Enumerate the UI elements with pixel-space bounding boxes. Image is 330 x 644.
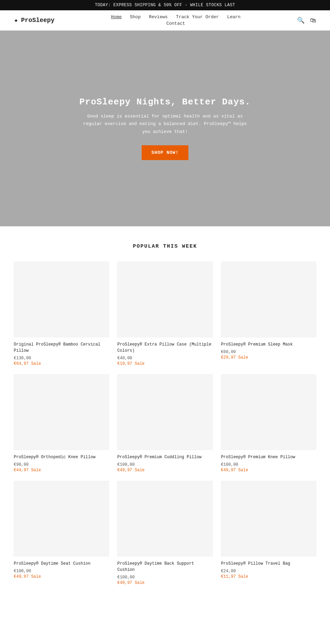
product-old-price: €130,00 — [14, 356, 109, 361]
product-card[interactable]: ProSleepy® Daytime Back Support Cushion€… — [117, 481, 212, 585]
nav-row-2: Contact — [166, 21, 185, 26]
product-image — [221, 262, 316, 337]
cart-icon: 🛍 — [310, 17, 316, 24]
logo-text: ProSleepy — [21, 17, 54, 24]
product-image — [14, 481, 109, 556]
nav-home[interactable]: Home — [111, 14, 122, 20]
product-card[interactable]: ProSleepy® Pillow Travel Bag€24,00€11,97… — [221, 481, 316, 585]
nav-contact[interactable]: Contact — [166, 21, 185, 26]
product-card[interactable]: ProSleepy® Orthopedic Knee Pillow€90,00€… — [14, 374, 109, 473]
product-name: ProSleepy® Premium Cuddling Pillow — [117, 454, 212, 460]
top-banner: TODAY: EXPRESS SHIPPING & 50% OFF - WHIL… — [0, 0, 330, 10]
product-old-price: €100,00 — [14, 569, 109, 574]
product-sale-price: €64,97 Sale — [14, 361, 109, 366]
product-card[interactable]: ProSleepy® Premium Sleep Mask€60,00€29,9… — [221, 262, 316, 366]
nav-learn[interactable]: Learn — [227, 14, 241, 20]
product-name: Original ProSleepy® Bamboo Cervical Pill… — [14, 341, 109, 354]
product-image — [221, 481, 316, 556]
logo[interactable]: ✦ ProSleepy — [14, 16, 54, 25]
header-icons: 🔍 🛍 — [297, 16, 316, 24]
products-section: POPULAR THIS WEEK Original ProSleepy® Ba… — [0, 226, 330, 602]
product-image — [117, 374, 212, 450]
product-name: ProSleepy® Orthopedic Knee Pillow — [14, 454, 109, 460]
main-nav: Home Shop Reviews Track Your Order Learn… — [61, 14, 290, 26]
section-title: POPULAR THIS WEEK — [14, 244, 316, 249]
product-old-price: €100,00 — [117, 575, 212, 580]
product-old-price: €100,00 — [221, 462, 316, 467]
product-old-price: €60,00 — [221, 350, 316, 354]
search-button[interactable]: 🔍 — [297, 16, 305, 24]
product-sale-price: €49,97 Sale — [221, 468, 316, 473]
nav-row-1: Home Shop Reviews Track Your Order Learn — [111, 14, 241, 20]
product-image — [14, 374, 109, 450]
product-card[interactable]: ProSleepy® Premium Cuddling Pillow€100,0… — [117, 374, 212, 473]
product-name: ProSleepy® Premium Sleep Mask — [221, 341, 316, 348]
product-sale-price: €11,97 Sale — [221, 574, 316, 579]
shop-now-button[interactable]: SHOP NOW! — [142, 145, 188, 160]
product-sale-price: €49,97 Sale — [117, 580, 212, 585]
cart-button[interactable]: 🛍 — [310, 17, 316, 24]
product-old-price: €24,00 — [221, 569, 316, 574]
product-sale-price: €19,97 Sale — [117, 361, 212, 366]
product-image — [14, 262, 109, 337]
product-sale-price: €44,97 Sale — [14, 468, 109, 473]
hero-section: ProSleepy Nights, Better Days. Good slee… — [0, 31, 330, 226]
product-name: ProSleepy® Extra Pillow Case (Multiple C… — [117, 341, 212, 354]
nav-shop[interactable]: Shop — [130, 14, 141, 20]
nav-reviews[interactable]: Reviews — [149, 14, 168, 20]
product-name: ProSleepy® Premium Knee Pillow — [221, 454, 316, 460]
product-sale-price: €49,97 Sale — [14, 574, 109, 579]
product-card[interactable]: Original ProSleepy® Bamboo Cervical Pill… — [14, 262, 109, 366]
product-name: ProSleepy® Daytime Seat Cushion — [14, 561, 109, 567]
product-sale-price: €29,97 Sale — [221, 355, 316, 360]
product-name: ProSleepy® Pillow Travel Bag — [221, 561, 316, 567]
logo-icon: ✦ — [14, 16, 18, 25]
product-old-price: €40,00 — [117, 356, 212, 361]
product-image — [117, 481, 212, 556]
product-sale-price: €49,97 Sale — [117, 468, 212, 473]
hero-title: ProSleepy Nights, Better Days. — [79, 97, 251, 107]
search-icon: 🔍 — [297, 17, 305, 24]
hero-description: Good sleep is essential for optimal heal… — [79, 113, 251, 135]
nav-track[interactable]: Track Your Order — [176, 14, 219, 20]
product-image — [117, 262, 212, 337]
banner-text: TODAY: EXPRESS SHIPPING & 50% OFF - WHIL… — [95, 3, 235, 8]
header: ✦ ProSleepy Home Shop Reviews Track Your… — [0, 10, 330, 31]
product-card[interactable]: ProSleepy® Daytime Seat Cushion€100,00€4… — [14, 481, 109, 585]
product-card[interactable]: ProSleepy® Extra Pillow Case (Multiple C… — [117, 262, 212, 366]
product-card[interactable]: ProSleepy® Premium Knee Pillow€100,00€49… — [221, 374, 316, 473]
products-grid: Original ProSleepy® Bamboo Cervical Pill… — [14, 262, 316, 585]
product-old-price: €100,00 — [117, 462, 212, 467]
product-name: ProSleepy® Daytime Back Support Cushion — [117, 561, 212, 573]
product-old-price: €90,00 — [14, 462, 109, 467]
product-image — [221, 374, 316, 450]
